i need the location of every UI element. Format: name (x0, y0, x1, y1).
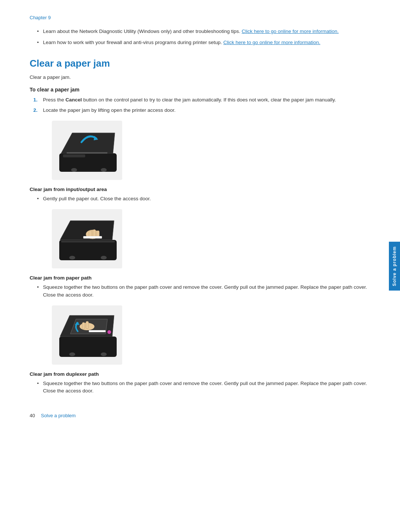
svg-point-14 (101, 256, 107, 260)
bullet-sub-1: Gently pull the paper out. Close the acc… (30, 195, 370, 203)
svg-rect-18 (86, 321, 89, 329)
subsection-title: To clear a paper jam (30, 87, 370, 93)
bullet-text-2: Learn how to work with your firewall and… (43, 40, 223, 45)
bullet-sub-item-1: Gently pull the paper out. Close the acc… (37, 195, 370, 203)
bullet-sub-2: Squeeze together the two buttons on the … (30, 284, 370, 299)
subheading-2: Clear jam from paper path (30, 275, 370, 281)
step-num-1: 1. (33, 96, 37, 104)
svg-rect-2 (63, 154, 85, 157)
link-1[interactable]: Click here to go online for more informa… (242, 29, 339, 34)
side-tab: Solve a problem (389, 242, 400, 291)
svg-rect-15 (59, 337, 117, 357)
footer-page-number: 40 (30, 413, 35, 418)
svg-rect-6 (59, 240, 117, 260)
intro-bullet-1: Learn about the Network Diagnostic Utili… (37, 28, 370, 35)
svg-point-3 (71, 168, 77, 172)
bullet-sub-item-3: Squeeze together the two buttons on the … (37, 380, 370, 395)
svg-rect-12 (61, 241, 115, 242)
step-num-2: 2. (33, 107, 37, 114)
bullet-sub-item-2: Squeeze together the two buttons on the … (37, 284, 370, 299)
step-2: 2. Locate the paper jam by lifting open … (33, 107, 370, 114)
steps-list: 1. Press the Cancel button on the contro… (30, 96, 370, 114)
cancel-bold: Cancel (66, 97, 82, 103)
svg-point-4 (101, 168, 107, 172)
svg-point-13 (69, 256, 75, 260)
section-title: Clear a paper jam (30, 58, 370, 69)
footer: 40 Solve a problem (30, 413, 370, 418)
footer-link: Solve a problem (41, 413, 76, 418)
svg-rect-5 (67, 152, 107, 154)
bullet-text-1: Learn about the Network Diagnostic Utili… (43, 29, 242, 34)
subheading-3: Clear jam from duplexer path (30, 371, 370, 377)
svg-rect-11 (83, 236, 102, 238)
svg-rect-20 (89, 330, 106, 332)
intro-bullet-list: Learn about the Network Diagnostic Utili… (30, 28, 370, 47)
printer-image-3 (52, 305, 122, 365)
subheading-1: Clear jam from input/output area (30, 187, 370, 192)
svg-point-21 (107, 330, 111, 334)
link-2[interactable]: Click here to go online for more informa… (223, 40, 320, 45)
printer-image-1 (52, 121, 122, 180)
chapter-label: Chapter 9 (30, 15, 370, 20)
printer-image-2 (52, 209, 122, 268)
svg-point-23 (101, 352, 107, 356)
svg-point-22 (69, 352, 75, 356)
step-1: 1. Press the Cancel button on the contro… (33, 96, 370, 104)
section-intro: Clear a paper jam. (30, 74, 370, 80)
intro-bullet-2: Learn how to work with your firewall and… (37, 39, 370, 46)
svg-rect-17 (82, 322, 85, 329)
step-2-text: Locate the paper jam by lifting open the… (43, 107, 176, 113)
bullet-sub-3: Squeeze together the two buttons on the … (30, 380, 370, 395)
